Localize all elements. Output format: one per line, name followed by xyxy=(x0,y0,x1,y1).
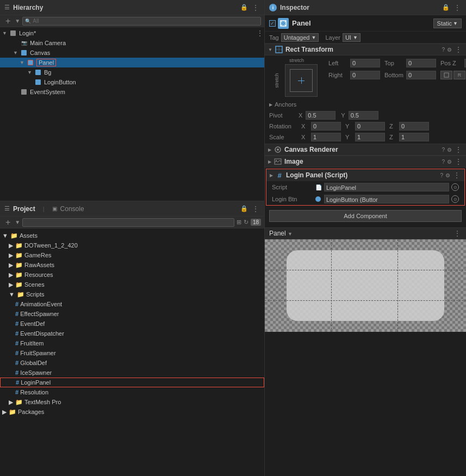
canvas-renderer-section-header[interactable]: ▶ Canvas Renderer ? ⚙ ⋮ xyxy=(265,144,466,156)
preview-dropdown-arrow[interactable]: ▼ xyxy=(288,231,293,237)
rt-settings-icon[interactable]: ⚙ xyxy=(447,47,452,53)
lp-dots-icon[interactable]: ⋮ xyxy=(452,171,461,179)
canvas-renderer-icons: ? ⚙ ⋮ xyxy=(442,146,463,153)
project-item-label: GameRes xyxy=(24,252,52,258)
project-search-input[interactable] xyxy=(22,218,234,227)
right-input[interactable] xyxy=(350,71,380,79)
pivot-x-input[interactable] xyxy=(306,111,335,120)
project-filter-icon[interactable]: ⊞ xyxy=(237,219,241,226)
hierarchy-item-login-button[interactable]: ▶ LoginButton xyxy=(0,77,264,87)
add-component-button[interactable]: Add Component xyxy=(269,210,462,222)
cr-settings-icon[interactable]: ⚙ xyxy=(447,147,452,153)
hierarchy-item-panel[interactable]: ▼ Panel xyxy=(0,58,264,67)
rotation-x-input[interactable] xyxy=(311,122,341,131)
project-item-assets[interactable]: ▼ 📁 Assets xyxy=(0,231,264,240)
anchor-visual-box[interactable] xyxy=(285,64,318,97)
scale-y-input[interactable] xyxy=(355,133,385,141)
rotation-y-input[interactable] xyxy=(355,122,385,131)
lp-settings-icon[interactable]: ⚙ xyxy=(445,172,450,178)
hierarchy-item-event-system[interactable]: ▶ EventSystem xyxy=(0,87,264,97)
project-tab[interactable]: Project xyxy=(13,205,35,213)
project-badge: 18 xyxy=(251,219,261,226)
img-dots-icon[interactable]: ⋮ xyxy=(454,158,463,165)
project-dropdown-arrow[interactable]: ▼ xyxy=(15,219,20,225)
login-panel-script-header[interactable]: ▶ # Login Panel (Script) ? ⚙ ⋮ xyxy=(266,169,464,181)
lp-help-icon[interactable]: ? xyxy=(440,172,443,178)
image-section-header[interactable]: ▶ Image ? ⚙ ⋮ xyxy=(265,156,466,168)
rt-dots-icon[interactable]: ⋮ xyxy=(454,46,463,53)
anchors-expand-arrow[interactable]: ▶ xyxy=(269,102,272,107)
layer-dropdown[interactable]: UI ▼ xyxy=(343,33,361,42)
project-item-packages[interactable]: ▶ 📁 Packages xyxy=(0,407,264,417)
project-item-animation-event[interactable]: # AnimationEvent xyxy=(0,299,264,309)
folder-icon: 📁 xyxy=(15,252,23,259)
inspector-dots-icon[interactable]: ⋮ xyxy=(453,4,462,11)
project-item-global-def[interactable]: # GlobalDef xyxy=(0,358,264,368)
bottom-input[interactable] xyxy=(406,71,436,79)
hierarchy-item-login[interactable]: ▼ Login* ⋮ xyxy=(0,28,264,38)
image-title: Image xyxy=(284,158,439,165)
project-dots-icon[interactable]: ⋮ xyxy=(251,205,260,213)
project-item-login-panel[interactable]: # LoginPanel xyxy=(0,378,264,387)
hierarchy-dots-icon[interactable]: ⋮ xyxy=(251,4,260,11)
add-hierarchy-button[interactable]: + xyxy=(3,16,13,26)
project-lock-icon[interactable]: 🔒 xyxy=(240,205,248,212)
hierarchy-item-canvas[interactable]: ▼ Canvas xyxy=(0,48,264,58)
project-item-label: DOTween_1_2_420 xyxy=(24,242,78,249)
top-input[interactable] xyxy=(406,59,436,67)
inspector-lock-icon[interactable]: 🔒 xyxy=(442,4,450,11)
rt-extra-btn2[interactable]: R xyxy=(453,71,465,79)
script-hash-icon: # xyxy=(15,350,18,356)
project-item-fruit-item[interactable]: # FruitItem xyxy=(0,338,264,348)
project-item-label: Resources xyxy=(24,271,53,278)
project-item-textmesh[interactable]: ▶ 📁 TextMesh Pro xyxy=(0,397,264,407)
project-item-event-def[interactable]: # EventDef xyxy=(0,319,264,329)
folder-icon: 📁 xyxy=(15,281,23,288)
preview-title: Panel ▼ xyxy=(269,230,451,237)
preview-dots-icon[interactable]: ⋮ xyxy=(453,230,462,237)
pivot-y-input[interactable] xyxy=(349,111,378,120)
cr-help-icon[interactable]: ? xyxy=(442,147,445,153)
static-button[interactable]: Static ▼ xyxy=(433,18,462,28)
project-panel: ☰ Project | ▣ Console 🔒 ⋮ + ▼ ⊞ ↻ 18 xyxy=(0,201,264,476)
rect-transform-section-header[interactable]: ▼ Rect Transform ? ⚙ ⋮ xyxy=(265,44,466,55)
project-item-ice-spawner[interactable]: # IceSpawner xyxy=(0,368,264,378)
hierarchy-item-main-camera[interactable]: ▶ 📷 Main Camera xyxy=(0,38,264,48)
rt-help-icon[interactable]: ? xyxy=(442,47,445,53)
project-item-scripts[interactable]: ▼ 📁 Scripts xyxy=(0,289,264,299)
hierarchy-item-bg[interactable]: ▼ Bg xyxy=(0,67,264,77)
login-panel-hash-icon: # xyxy=(275,171,284,180)
img-settings-icon[interactable]: ⚙ xyxy=(447,159,452,165)
project-item-dotween[interactable]: ▶ 📁 DOTween_1_2_420 xyxy=(0,240,264,250)
inspector-object-name: Panel xyxy=(292,19,433,27)
hierarchy-lock-icon[interactable]: 🔒 xyxy=(240,4,248,11)
cr-dots-icon[interactable]: ⋮ xyxy=(454,146,463,153)
left-input[interactable] xyxy=(350,59,380,67)
component-enable-checkbox[interactable]: ✓ xyxy=(269,20,276,27)
img-help-icon[interactable]: ? xyxy=(442,159,445,165)
project-item-effect-spawner[interactable]: # EffectSpawner xyxy=(0,309,264,319)
hierarchy-item-dots[interactable]: ⋮ xyxy=(256,29,264,37)
hierarchy-search-box[interactable]: 🔍 All xyxy=(22,17,261,26)
project-item-label: EffectSpawner xyxy=(20,311,59,317)
console-tab[interactable]: Console xyxy=(60,205,84,213)
login-btn-circle-btn[interactable]: ⊙ xyxy=(451,195,459,203)
add-project-button[interactable]: + xyxy=(3,218,13,227)
tag-dropdown[interactable]: Untagged ▼ xyxy=(281,33,319,42)
svg-point-12 xyxy=(276,160,277,161)
rotation-z-input[interactable] xyxy=(399,122,429,131)
project-item-scenes[interactable]: ▶ 📁 Scenes xyxy=(0,280,264,289)
project-item-resources[interactable]: ▶ 📁 Resources xyxy=(0,270,264,280)
project-item-gameres[interactable]: ▶ 📁 GameRes xyxy=(0,250,264,260)
project-refresh-icon[interactable]: ↻ xyxy=(244,219,248,226)
rt-fields-grid: Left Top Pos Z Right Bottom xyxy=(328,58,466,82)
script-circle-btn[interactable]: ⊙ xyxy=(451,183,459,191)
scale-z-input[interactable] xyxy=(399,133,429,141)
project-item-fruit-spawner[interactable]: # FruitSpawner xyxy=(0,348,264,358)
scale-x-input[interactable] xyxy=(311,133,341,141)
project-item-rawassets[interactable]: ▶ 📁 RawAssets xyxy=(0,260,264,270)
project-item-event-dispatcher[interactable]: # EventDispatcher xyxy=(0,329,264,338)
project-item-resolution[interactable]: # Resolution xyxy=(0,387,264,397)
hierarchy-dropdown-arrow[interactable]: ▼ xyxy=(15,18,20,24)
rt-extra-btn1[interactable] xyxy=(440,71,452,79)
